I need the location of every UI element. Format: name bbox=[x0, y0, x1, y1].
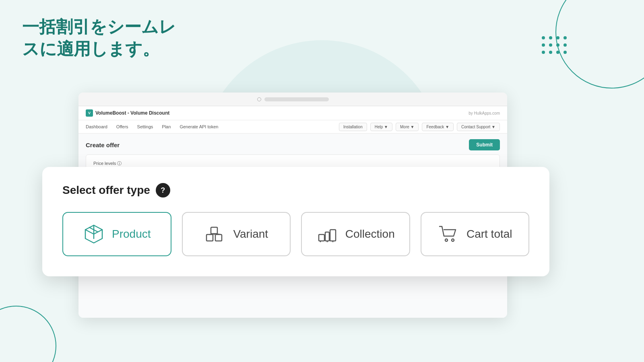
submit-button[interactable]: Submit bbox=[469, 139, 500, 150]
app-title: VolumeBoost - Volume Discount bbox=[95, 110, 169, 116]
hulk-credit: by HulkApps.com bbox=[469, 111, 500, 115]
cart-icon bbox=[438, 223, 459, 245]
svg-rect-0 bbox=[206, 234, 213, 241]
nav-installation-button[interactable]: Installation bbox=[339, 123, 367, 131]
create-offer-title: Create offer bbox=[86, 142, 120, 148]
svg-point-7 bbox=[452, 239, 454, 241]
bg-circle-top-right bbox=[555, 0, 644, 88]
product-label: Product bbox=[112, 228, 151, 241]
svg-rect-5 bbox=[330, 230, 336, 241]
box-icon bbox=[83, 223, 105, 245]
offer-type-header: Select offer type ? bbox=[62, 183, 529, 197]
bg-circle-bottom-left bbox=[0, 306, 56, 362]
offer-type-options: Product Variant bbox=[62, 212, 529, 256]
svg-rect-4 bbox=[325, 232, 329, 241]
app-logo: V VolumeBoost - Volume Discount bbox=[86, 109, 169, 117]
app-nav: Dashboard Offers Settings Plan Generate … bbox=[78, 120, 507, 134]
content-header: Create offer Submit bbox=[86, 139, 500, 150]
svg-rect-3 bbox=[319, 234, 324, 241]
nav-plan[interactable]: Plan bbox=[162, 120, 171, 133]
page-headline: 一括割引をシームレスに適用します。 bbox=[22, 16, 183, 60]
cart-total-label: Cart total bbox=[466, 228, 512, 241]
logo-icon: V bbox=[86, 109, 93, 117]
dots-decoration bbox=[542, 36, 568, 55]
price-levels-label: Price levels ⓘ bbox=[93, 160, 492, 167]
help-icon[interactable]: ? bbox=[156, 183, 170, 197]
svg-rect-2 bbox=[211, 227, 217, 234]
nav-left: Dashboard Offers Settings Plan Generate … bbox=[86, 120, 218, 133]
nav-dashboard[interactable]: Dashboard bbox=[86, 120, 107, 133]
browser-circle bbox=[257, 97, 261, 101]
offer-type-card: Select offer type ? Product bbox=[42, 167, 549, 276]
offer-option-collection[interactable]: Collection bbox=[301, 212, 410, 256]
browser-chrome bbox=[78, 93, 507, 106]
svg-point-6 bbox=[445, 239, 448, 241]
nav-contact-button[interactable]: Contact Support ▼ bbox=[457, 123, 500, 131]
collection-label: Collection bbox=[345, 228, 395, 241]
nav-feedback-button[interactable]: Feedback ▼ bbox=[422, 123, 454, 131]
nav-right: Installation Help ▼ More ▼ Feedback ▼ Co… bbox=[339, 123, 500, 131]
variant-icon bbox=[204, 223, 226, 245]
collection-icon bbox=[316, 223, 338, 245]
nav-more-button[interactable]: More ▼ bbox=[396, 123, 419, 131]
nav-offers[interactable]: Offers bbox=[116, 120, 128, 133]
offer-option-product[interactable]: Product bbox=[62, 212, 171, 256]
app-header: V VolumeBoost - Volume Discount by HulkA… bbox=[78, 106, 507, 120]
svg-rect-1 bbox=[215, 234, 222, 241]
offer-type-title: Select offer type bbox=[62, 184, 150, 197]
offer-option-cart-total[interactable]: Cart total bbox=[421, 212, 530, 256]
browser-address-bar bbox=[264, 97, 329, 101]
offer-option-variant[interactable]: Variant bbox=[182, 212, 291, 256]
nav-help-button[interactable]: Help ▼ bbox=[370, 123, 392, 131]
variant-label: Variant bbox=[233, 228, 268, 241]
nav-api-token[interactable]: Generate API token bbox=[180, 120, 218, 133]
nav-settings[interactable]: Settings bbox=[137, 120, 153, 133]
